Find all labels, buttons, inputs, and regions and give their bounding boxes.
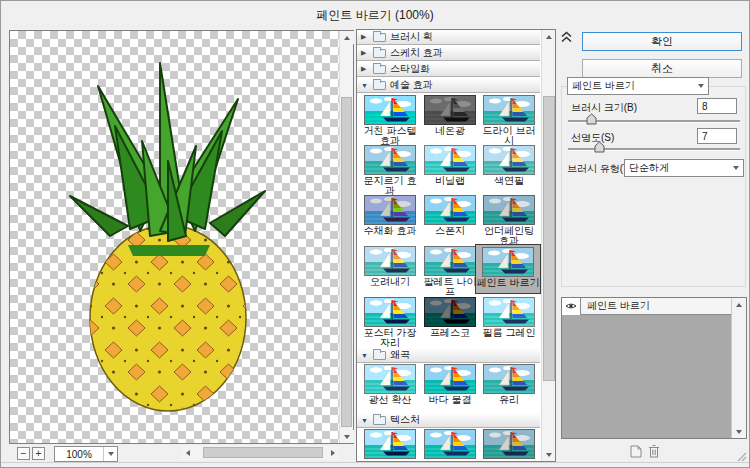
collapse-panel-icon[interactable] xyxy=(560,31,573,43)
pineapple-image xyxy=(10,31,339,443)
preview-hscroll-thumb[interactable] xyxy=(203,447,323,458)
category-brush-strokes[interactable]: ▶ 브러시 획 xyxy=(357,30,540,45)
new-effect-layer-button[interactable] xyxy=(629,445,643,458)
zoom-level-select[interactable]: 100% xyxy=(54,446,118,462)
sharpness-input[interactable]: 7 xyxy=(697,128,737,144)
folder-open-icon xyxy=(373,351,386,360)
category-label: 왜곡 xyxy=(390,348,410,362)
category-sketch[interactable]: ▶ 스케치 효과 xyxy=(357,46,540,61)
chevron-down-icon: ▼ xyxy=(361,352,369,359)
folder-icon xyxy=(373,33,386,42)
filter-thumb-cutout[interactable]: 오려내기 xyxy=(361,246,419,287)
category-label: 예술 효과 xyxy=(390,78,433,92)
chevron-right-icon: ▶ xyxy=(361,33,369,41)
preview-vscroll-thumb[interactable] xyxy=(341,97,352,427)
category-label: 스타일화 xyxy=(390,62,430,76)
filter-thumb-palette-knife[interactable]: 팔레트 나이프 xyxy=(421,246,479,297)
preview-panel xyxy=(9,30,354,444)
plus-icon: + xyxy=(36,449,42,459)
scroll-down-icon[interactable] xyxy=(340,430,354,443)
scroll-right-icon[interactable] xyxy=(326,446,339,460)
filter-thumb-texture-3[interactable] xyxy=(480,429,538,459)
effect-layer-name: 페인트 바르기 xyxy=(581,299,650,313)
zoom-out-button[interactable]: − xyxy=(17,447,30,460)
scroll-left-icon[interactable] xyxy=(181,446,194,460)
preview-hscrollbar[interactable] xyxy=(181,446,339,460)
category-stylize[interactable]: ▶ 스타일화 xyxy=(357,62,540,77)
filter-thumb-ocean-ripple[interactable]: 바다 물결 xyxy=(421,364,479,405)
eye-icon xyxy=(565,302,577,310)
category-label: 스케치 효과 xyxy=(390,46,443,60)
chevron-right-icon: ▶ xyxy=(361,65,369,73)
filter-thumb-diffuse-glow[interactable]: 광선 확산 xyxy=(361,364,419,405)
effect-list-scrollbar[interactable] xyxy=(731,298,746,438)
window-bottom-edge xyxy=(1,462,749,468)
filter-thumb-texture-2[interactable] xyxy=(421,429,479,459)
filter-thumb-neon-glow[interactable]: 네온광 xyxy=(421,95,479,136)
category-artistic[interactable]: ▼ 예술 효과 xyxy=(357,78,540,93)
effect-layer-row[interactable]: 페인트 바르기 xyxy=(562,298,732,315)
preview-canvas[interactable] xyxy=(10,31,339,443)
sharpness-slider-thumb[interactable] xyxy=(594,141,605,153)
filter-thumb-glass[interactable]: 유리 xyxy=(480,364,538,405)
chevron-down-icon xyxy=(103,447,117,461)
folder-open-icon xyxy=(373,81,386,90)
filter-thumb-watercolor[interactable]: 수채화 효과 xyxy=(361,195,419,236)
category-label: 텍스처 xyxy=(390,413,420,427)
filter-thumb-film-grain[interactable]: 필름 그레인 xyxy=(480,297,538,338)
folder-icon xyxy=(373,65,386,74)
brush-size-input[interactable]: 8 xyxy=(697,98,737,114)
filter-gallery-list: ▶ 브러시 획 ▶ 스케치 효과 ▶ 스타일화 ▼ 예술 효과 거친 파스텔 효… xyxy=(356,29,556,462)
brush-size-slider-thumb[interactable] xyxy=(586,113,597,125)
resize-grip[interactable] xyxy=(737,452,747,462)
chevron-down-icon xyxy=(693,78,708,94)
filter-thumb-sponge[interactable]: 스폰지 xyxy=(421,195,479,236)
filter-thumb-fresco[interactable]: 프레스코 xyxy=(421,297,479,338)
folder-icon xyxy=(373,49,386,58)
category-texture[interactable]: ▼ 텍스처 xyxy=(357,413,540,428)
chevron-down-icon: ▼ xyxy=(361,417,369,424)
filter-list-scrollbar[interactable] xyxy=(541,30,556,461)
filter-thumb-paint-daubs-selected[interactable]: 페인트 바르기 xyxy=(475,244,541,294)
delete-effect-layer-button[interactable] xyxy=(648,444,660,458)
filter-thumb-texture-1[interactable] xyxy=(361,429,419,459)
cancel-button[interactable]: 취소 xyxy=(582,59,742,78)
minus-icon: − xyxy=(21,449,27,459)
filter-select-value: 페인트 바르기 xyxy=(568,79,693,93)
folder-open-icon xyxy=(373,416,386,425)
filter-select[interactable]: 페인트 바르기 xyxy=(567,77,709,95)
visibility-toggle[interactable] xyxy=(562,298,581,315)
ok-button[interactable]: 확인 xyxy=(582,32,742,51)
scroll-down-icon[interactable] xyxy=(542,448,556,461)
filter-thumb-rough-pastels[interactable]: 거친 파스텔 효과 xyxy=(361,95,419,146)
chevron-right-icon: ▶ xyxy=(361,49,369,57)
chevron-down-icon xyxy=(728,160,743,176)
filter-thumb-plastic-wrap[interactable]: 비닐랩 xyxy=(421,145,479,186)
brush-size-label: 브러시 크기(B) xyxy=(571,101,637,115)
category-label: 브러시 획 xyxy=(390,30,433,44)
scroll-up-icon[interactable] xyxy=(542,30,556,43)
dialog-title: 페인트 바르기 (100%) xyxy=(1,1,749,29)
filter-thumb-poster-edges[interactable]: 포스터 가장자리 xyxy=(361,297,419,348)
brush-type-select[interactable]: 단순하게 xyxy=(624,159,744,177)
sharpness-label: 선명도(S) xyxy=(571,131,614,145)
filter-thumb-colored-pencil[interactable]: 색연필 xyxy=(480,145,538,186)
scroll-up-icon[interactable] xyxy=(732,298,746,311)
filter-thumb-dry-brush[interactable]: 드라이 브러시 xyxy=(480,95,538,146)
scroll-up-icon[interactable] xyxy=(340,31,354,44)
zoom-in-button[interactable]: + xyxy=(32,447,45,460)
category-distort[interactable]: ▼ 왜곡 xyxy=(357,348,540,363)
filter-list-scroll-thumb[interactable] xyxy=(543,96,555,381)
paint-daubs-dialog: 페인트 바르기 (100%) xyxy=(0,0,750,468)
brush-type-value: 단순하게 xyxy=(625,161,728,175)
filter-thumb-smudge-stick[interactable]: 문지르기 효과 xyxy=(361,145,419,196)
filter-thumb-underpainting[interactable]: 언더페인팅 효과 xyxy=(480,195,538,246)
chevron-down-icon: ▼ xyxy=(361,82,369,89)
preview-vscrollbar[interactable] xyxy=(339,31,353,443)
zoom-level-value: 100% xyxy=(55,449,103,460)
effect-layers-list: 페인트 바르기 xyxy=(561,297,747,439)
scroll-down-icon[interactable] xyxy=(732,425,746,438)
